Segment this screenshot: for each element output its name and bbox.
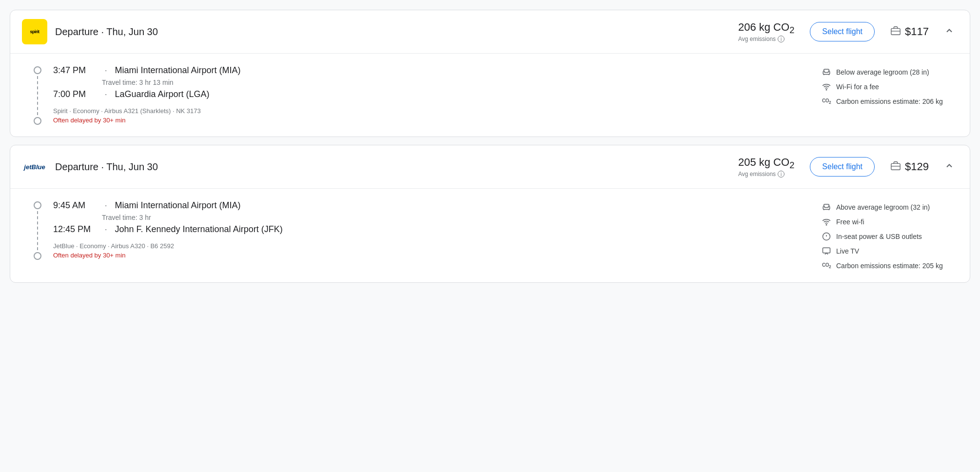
departure-label-1: Departure · Thu, Jun 30: [55, 161, 730, 173]
departure-time-1: 9:45 AM: [53, 200, 97, 211]
amenities-0: Below average legroom (28 in) Wi-Fi for …: [822, 65, 958, 125]
arrival-airport-1: John F. Kennedy International Airport (J…: [115, 224, 282, 235]
collapse-button-0[interactable]: [941, 24, 958, 40]
departure-airport-1: Miami International Airport (MIA): [115, 200, 240, 211]
amenity-text-1: Wi-Fi for a fee: [836, 83, 879, 91]
travel-time-0: Travel time: 3 hr 13 min: [102, 79, 806, 86]
arrival-row-0: 7:00 PM · LaGuardia Airport (LGA): [53, 89, 806, 99]
flight-meta-0: Spirit · Economy · Airbus A321 (Sharklet…: [53, 107, 806, 115]
departure-dot-1: [34, 201, 41, 209]
emissions-info-icon-0[interactable]: i: [778, 36, 784, 42]
amenity-text-2: In-seat power & USB outlets: [836, 233, 922, 240]
amenity-row-2: In-seat power & USB outlets: [822, 232, 958, 241]
arrival-time-1: 12:45 PM: [53, 224, 97, 235]
amenity-row-0: Above average legroom (32 in): [822, 202, 958, 212]
bag-icon-1: [890, 160, 901, 174]
amenity-icon-co2: CO2: [822, 261, 831, 271]
flight-header-0: spirit Departure · Thu, Jun 30 206 kg CO…: [10, 10, 970, 54]
price-0: $117: [905, 25, 929, 38]
amenity-icon-co2: CO2: [822, 97, 831, 106]
flight-segment-0: 3:47 PM · Miami International Airport (M…: [34, 65, 958, 125]
amenity-text-2: Carbon emissions estimate: 206 kg: [836, 98, 943, 105]
emissions-value-1: 205 kg CO2: [738, 156, 794, 171]
select-flight-button-0[interactable]: Select flight: [810, 22, 875, 41]
avg-emissions-label-0: Avg emissions i: [738, 36, 794, 42]
emissions-container-0: 206 kg CO2 Avg emissions i: [738, 21, 794, 42]
timeline-line-1: [37, 211, 38, 250]
departure-airport-0: Miami International Airport (MIA): [115, 65, 240, 76]
bag-icon-0: [890, 25, 901, 39]
select-flight-button-1[interactable]: Select flight: [810, 157, 875, 177]
price-container-1: $129: [890, 160, 929, 174]
arrival-time-0: 7:00 PM: [53, 89, 97, 99]
departure-time-0: 3:47 PM: [53, 65, 97, 76]
amenity-text-4: Carbon emissions estimate: 205 kg: [836, 262, 943, 270]
amenity-text-0: Above average legroom (32 in): [836, 203, 930, 211]
flight-header-1: jetBlue Departure · Thu, Jun 30 205 kg C…: [10, 145, 970, 189]
arrival-dot-1: [34, 252, 41, 260]
svg-rect-7: [823, 248, 830, 253]
amenity-row-2: CO2 Carbon emissions estimate: 206 kg: [822, 97, 958, 106]
amenity-icon-wifi: [822, 82, 831, 92]
amenity-row-0: Below average legroom (28 in): [822, 67, 958, 77]
amenity-icon-power: [822, 232, 831, 241]
departure-dot-0: [34, 66, 41, 74]
segment-info-0: 3:47 PM · Miami International Airport (M…: [53, 65, 806, 125]
emissions-container-1: 205 kg CO2 Avg emissions i: [738, 156, 794, 177]
flight-segment-1: 9:45 AM · Miami International Airport (M…: [34, 200, 958, 271]
timeline-1: [34, 200, 41, 271]
timeline-0: [34, 65, 41, 125]
delay-warning-1: Often delayed by 30+ min: [53, 252, 806, 259]
arrival-row-1: 12:45 PM · John F. Kennedy International…: [53, 224, 806, 235]
collapse-button-1[interactable]: [941, 159, 958, 175]
amenity-icon-seat: [822, 202, 831, 212]
airline-logo-0: spirit: [22, 19, 47, 44]
departure-label-0: Departure · Thu, Jun 30: [55, 26, 730, 38]
departure-row-1: 9:45 AM · Miami International Airport (M…: [53, 200, 806, 211]
flight-details-1: 9:45 AM · Miami International Airport (M…: [10, 189, 970, 282]
amenity-text-0: Below average legroom (28 in): [836, 68, 929, 76]
segment-info-1: 9:45 AM · Miami International Airport (M…: [53, 200, 806, 271]
airline-logo-1: jetBlue: [22, 154, 47, 179]
flight-meta-1: JetBlue · Economy · Airbus A320 · B6 259…: [53, 242, 806, 250]
emissions-info-icon-1[interactable]: i: [778, 171, 784, 177]
amenity-row-4: CO2 Carbon emissions estimate: 205 kg: [822, 261, 958, 271]
flight-card-0: spirit Departure · Thu, Jun 30 206 kg CO…: [10, 10, 970, 137]
price-1: $129: [905, 160, 929, 173]
delay-warning-0: Often delayed by 30+ min: [53, 117, 806, 124]
amenities-1: Above average legroom (32 in) Free wi-fi…: [822, 200, 958, 271]
departure-row-0: 3:47 PM · Miami International Airport (M…: [53, 65, 806, 76]
arrival-airport-0: LaGuardia Airport (LGA): [115, 89, 209, 99]
flight-details-0: 3:47 PM · Miami International Airport (M…: [10, 54, 970, 137]
svg-point-1: [826, 89, 827, 90]
price-container-0: $117: [890, 25, 929, 39]
avg-emissions-label-1: Avg emissions i: [738, 171, 794, 177]
emissions-value-0: 206 kg CO2: [738, 21, 794, 36]
amenity-text-3: Live TV: [836, 247, 859, 255]
amenity-icon-seat: [822, 67, 831, 77]
amenity-row-1: Free wi-fi: [822, 217, 958, 227]
amenity-icon-wifi: [822, 217, 831, 227]
amenity-row-3: Live TV: [822, 246, 958, 256]
amenity-text-1: Free wi-fi: [836, 218, 864, 226]
travel-time-1: Travel time: 3 hr: [102, 214, 806, 221]
amenity-row-1: Wi-Fi for a fee: [822, 82, 958, 92]
svg-point-3: [826, 224, 827, 225]
flight-card-1: jetBlue Departure · Thu, Jun 30 205 kg C…: [10, 145, 970, 283]
amenity-icon-tv: [822, 246, 831, 256]
timeline-line-0: [37, 76, 38, 115]
arrival-dot-0: [34, 117, 41, 125]
